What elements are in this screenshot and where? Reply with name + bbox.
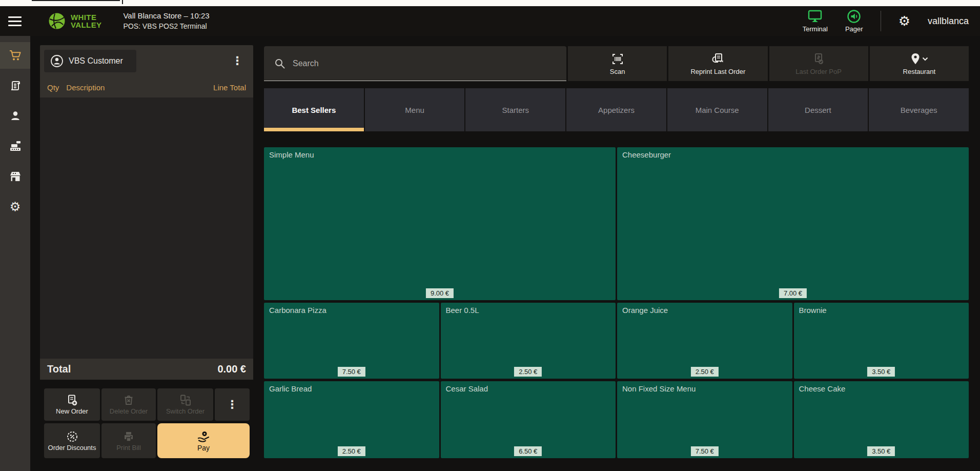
- browser-edge-strip: [0, 0, 980, 6]
- sidebar-item-customers[interactable]: [0, 103, 30, 129]
- product-tile-cesar-salad[interactable]: Cesar Salad 6.50 €: [441, 381, 616, 458]
- product-tile-beer-0-5l[interactable]: Beer 0.5L 2.50 €: [441, 303, 616, 379]
- product-tile-non-fixed-size-menu[interactable]: Non Fixed Size Menu 7.50 €: [617, 381, 792, 458]
- product-tile-simple-menu[interactable]: Simple Menu 9.00 €: [264, 147, 616, 300]
- catalog-toolbar: Scan Reprint Last Order Last Order PoP: [264, 46, 969, 81]
- discount-badge-icon: [66, 430, 78, 443]
- price-badge: 2.50 €: [338, 446, 365, 456]
- product-tile-cheese-cake[interactable]: Cheese Cake 3.50 €: [794, 381, 969, 458]
- store-icon: [9, 170, 22, 183]
- price-badge: 6.50 €: [514, 446, 542, 456]
- col-description: Description: [66, 83, 105, 92]
- browser-edge-artifact: [32, 0, 120, 1]
- order-panel-header: VBS Customer ⋮: [40, 45, 253, 77]
- price-badge: 7.00 €: [779, 288, 807, 298]
- customer-name: VBS Customer: [69, 56, 123, 66]
- settings-gear-icon: ⚙: [10, 201, 21, 213]
- delete-order-trash-icon: [122, 394, 135, 406]
- customer-select-button[interactable]: VBS Customer: [44, 50, 136, 72]
- sidebar-item-orders[interactable]: [0, 72, 30, 99]
- kebab-icon: ⋮: [227, 398, 238, 411]
- product-tile-carbonara-pizza[interactable]: Carbonara Pizza 7.50 €: [264, 303, 439, 379]
- location-pin-icon: [910, 52, 921, 66]
- print-bill-button[interactable]: Print Bill: [101, 423, 156, 458]
- logo-wordmark: WHITE VALLEY: [71, 13, 101, 29]
- price-badge: 7.50 €: [338, 367, 365, 377]
- order-discounts-button[interactable]: Order Discounts: [44, 423, 100, 458]
- cart-icon: [9, 49, 22, 62]
- switch-order-button[interactable]: Switch Order: [157, 388, 213, 421]
- pay-hand-coin-icon: [197, 430, 210, 443]
- search-input[interactable]: [293, 59, 539, 68]
- pos-terminal-name: POS: VBS POS2 Terminal: [123, 21, 209, 31]
- search-bar[interactable]: [264, 46, 566, 81]
- store-name-time: Vall Blanca Store – 10:23: [123, 11, 209, 21]
- hamburger-icon: [8, 16, 22, 18]
- left-nav-rail: ⚙: [0, 36, 30, 471]
- terminal-monitor-icon: [807, 10, 823, 24]
- tab-dessert[interactable]: Dessert: [768, 88, 868, 131]
- sidebar-item-store[interactable]: [0, 163, 30, 190]
- total-value: 0.00 €: [217, 363, 246, 375]
- tab-menu[interactable]: Menu: [365, 88, 465, 131]
- person-icon: [9, 110, 22, 122]
- total-label: Total: [47, 363, 71, 375]
- price-badge: 3.50 €: [867, 446, 895, 456]
- delete-order-button[interactable]: Delete Order: [101, 388, 156, 421]
- pager-label: Pager: [845, 25, 863, 33]
- product-tile-garlic-bread[interactable]: Garlic Bread 2.50 €: [264, 381, 439, 458]
- price-badge: 2.50 €: [514, 367, 542, 377]
- hamburger-menu-button[interactable]: [8, 16, 26, 26]
- white-valley-logo: WHITE VALLEY: [47, 11, 101, 31]
- category-tabs: Best SellersMenuStartersAppetizersMain C…: [264, 88, 969, 131]
- gear-icon: ⚙: [899, 13, 910, 29]
- price-badge: 9.00 €: [426, 288, 454, 298]
- topbar-divider: [881, 11, 881, 31]
- search-icon: [274, 58, 285, 69]
- new-order-icon: [66, 394, 78, 406]
- scan-button[interactable]: Scan: [568, 46, 667, 81]
- price-badge: 2.50 €: [691, 367, 719, 377]
- reprint-last-order-button[interactable]: Reprint Last Order: [668, 46, 767, 81]
- last-order-pop-button[interactable]: Last Order PoP: [769, 46, 868, 81]
- settings-gear-button[interactable]: ⚙: [899, 14, 910, 28]
- globe-logo-icon: [47, 11, 67, 31]
- terminal-status[interactable]: Terminal: [803, 10, 828, 33]
- tab-appetizers[interactable]: Appetizers: [566, 88, 666, 131]
- pager-status[interactable]: Pager: [845, 9, 863, 33]
- pager-speaker-icon: [847, 9, 861, 24]
- terminal-label: Terminal: [803, 25, 828, 33]
- store-info: Vall Blanca Store – 10:23 POS: VBS POS2 …: [123, 11, 209, 31]
- product-grid: Simple Menu 9.00 € Cheeseburger 7.00 € C…: [264, 147, 969, 458]
- sidebar-item-cash-register[interactable]: [0, 133, 30, 160]
- orders-receipt-icon: [9, 80, 22, 92]
- sidebar-item-cart[interactable]: [0, 42, 30, 69]
- product-tile-cheeseburger[interactable]: Cheeseburger 7.00 €: [617, 147, 969, 300]
- order-table-header: Qty Description Line Total: [40, 77, 253, 97]
- tab-beverages[interactable]: Beverages: [869, 88, 969, 131]
- order-panel: VBS Customer ⋮ Qty Description Line Tota…: [40, 45, 253, 380]
- sidebar-item-settings[interactable]: ⚙: [0, 193, 30, 220]
- product-tile-brownie[interactable]: Brownie 3.50 €: [794, 303, 969, 379]
- barcode-scan-icon: [611, 52, 624, 66]
- col-line-total: Line Total: [213, 83, 246, 92]
- restaurant-selector-button[interactable]: Restaurant: [870, 46, 969, 81]
- order-panel-menu-button[interactable]: ⋮: [228, 53, 247, 69]
- price-badge: 3.50 €: [867, 367, 895, 377]
- new-order-button[interactable]: New Order: [44, 388, 100, 421]
- tab-starters[interactable]: Starters: [465, 88, 565, 131]
- order-lines-empty: [40, 97, 253, 359]
- product-tile-orange-juice[interactable]: Orange Juice 2.50 €: [617, 303, 792, 379]
- chevron-down-icon: [922, 57, 928, 61]
- order-actions: New Order Delete Order Switch Order ⋮ O: [44, 388, 250, 458]
- cash-register-icon: [9, 140, 22, 152]
- more-order-actions-button[interactable]: ⋮: [215, 388, 250, 421]
- top-app-bar: WHITE VALLEY Vall Blanca Store – 10:23 P…: [0, 6, 980, 36]
- printer-icon: [122, 430, 135, 443]
- pay-button[interactable]: Pay: [157, 423, 250, 458]
- browser-edge-artifact-tick: [122, 0, 123, 4]
- tab-best-sellers[interactable]: Best Sellers: [264, 88, 364, 131]
- reprint-receipt-icon: [711, 52, 725, 66]
- price-badge: 7.50 €: [691, 446, 719, 456]
- tab-main-course[interactable]: Main Course: [667, 88, 767, 131]
